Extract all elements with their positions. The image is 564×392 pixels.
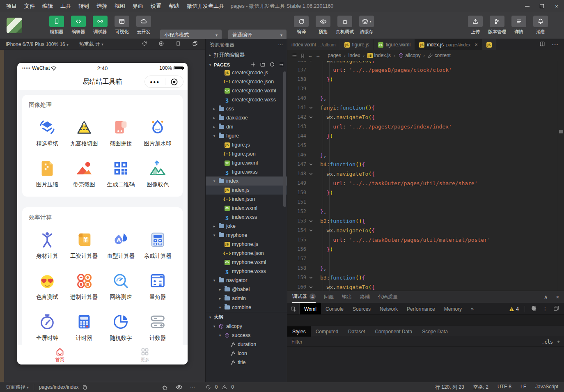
app-item-计数器[interactable]: 计数器 bbox=[139, 312, 176, 342]
tree-item-index.js[interactable]: JSindex.js bbox=[206, 186, 287, 195]
app-item-九宫格切图[interactable]: 九宫格切图 bbox=[66, 118, 103, 147]
toggle-可视化[interactable]: 可视化 bbox=[114, 16, 130, 35]
tree-item-admin[interactable]: ▸admin bbox=[206, 294, 287, 303]
app-item-生成二维码[interactable]: 生成二维码 bbox=[103, 159, 140, 188]
close-panel-icon[interactable]: × bbox=[556, 294, 559, 300]
breadcrumb-item-index.js[interactable]: JS index.js bbox=[367, 53, 391, 58]
fold-icon[interactable] bbox=[306, 216, 315, 226]
app-item-血型计算器[interactable]: A血型计算器 bbox=[103, 230, 140, 260]
tree-item-daxiaoxie[interactable]: ▸daxiaoxie bbox=[206, 113, 287, 122]
menu-item-界面[interactable]: 界面 bbox=[129, 0, 147, 12]
tree-item-createQrcode.wxml[interactable]: <>createQrcode.wxml bbox=[206, 86, 287, 95]
app-item-工资计算器[interactable]: ¥工资计算器 bbox=[66, 230, 103, 260]
toggle-调试器[interactable]: 调试器 bbox=[92, 16, 108, 35]
outline-section[interactable]: ▾大纲 bbox=[206, 312, 287, 322]
editor-tab-stub[interactable]: JS bbox=[482, 39, 496, 50]
devtools-tab-Wxml[interactable]: Wxml bbox=[300, 303, 321, 314]
tree-item-title[interactable]: title bbox=[206, 358, 287, 367]
new-file-icon[interactable] bbox=[250, 62, 256, 68]
fold-icon[interactable] bbox=[306, 282, 315, 291]
minimize-button[interactable] bbox=[520, 0, 534, 12]
collapse-all-icon[interactable] bbox=[279, 62, 284, 68]
tree-item-myphone.wxml[interactable]: <>myphone.wxml bbox=[206, 258, 287, 267]
cls-toggle[interactable]: .cls bbox=[541, 339, 553, 345]
settings-gear-icon[interactable] bbox=[531, 305, 537, 313]
app-item-截图拼接[interactable]: 截图拼接 bbox=[103, 118, 140, 147]
tree-item-myphone[interactable]: ▾myphone bbox=[206, 231, 287, 240]
action-预览[interactable]: 预览 bbox=[315, 16, 331, 35]
close-button[interactable]: × bbox=[549, 0, 564, 12]
copy-icon[interactable] bbox=[82, 385, 87, 390]
warning-count[interactable]: 4 bbox=[509, 306, 519, 312]
new-folder-icon[interactable] bbox=[260, 62, 266, 68]
capsule-menu[interactable]: ●●● bbox=[144, 76, 183, 88]
styles-tab-Computed[interactable]: Computed bbox=[311, 326, 343, 337]
action-编译[interactable]: 编译 bbox=[293, 16, 310, 35]
fold-icon[interactable] bbox=[306, 61, 315, 65]
tree-item-createQrcode.js[interactable]: JScreateQrcode.js bbox=[206, 70, 287, 77]
menu-item-设置[interactable]: 设置 bbox=[147, 0, 165, 12]
multi-window-icon[interactable] bbox=[192, 41, 198, 48]
back-icon[interactable]: ← bbox=[308, 53, 313, 58]
app-item-色盲测试[interactable]: 色盲测试 bbox=[29, 271, 66, 301]
explorer-scrollbar[interactable] bbox=[283, 71, 286, 207]
toggle-编辑器[interactable]: 编辑器 bbox=[70, 16, 87, 35]
devtools-tab-Sources[interactable]: Sources bbox=[348, 303, 375, 314]
tree-item-duration[interactable]: duration bbox=[206, 340, 287, 349]
debug-icon[interactable] bbox=[161, 384, 168, 391]
menu-item-文件[interactable]: 文件 bbox=[21, 0, 39, 12]
editor-tab-index.wxml[interactable]: index.wxml...\album bbox=[287, 39, 340, 50]
code-area[interactable]: 136 wx.navigateTo({137 url: '../../pages… bbox=[287, 61, 564, 291]
devtools-tab-Performance[interactable]: Performance bbox=[402, 303, 440, 314]
breadcrumb-item-content[interactable]: content bbox=[428, 53, 451, 58]
menu-item-转到[interactable]: 转到 bbox=[75, 0, 93, 12]
editor-tab-figure.js[interactable]: JSfigure.js bbox=[340, 39, 374, 50]
debugger-tab-代码质量[interactable]: 代码质量 bbox=[378, 293, 398, 300]
debugger-tab-输出[interactable]: 输出 bbox=[342, 293, 352, 300]
fold-icon[interactable] bbox=[306, 160, 315, 169]
action-上传[interactable]: 上传 bbox=[467, 16, 484, 35]
app-item-图像取色[interactable]: 图像取色 bbox=[139, 159, 176, 188]
tree-item-css[interactable]: ▸css bbox=[206, 104, 287, 113]
editor-tab-index.js[interactable]: JSindex.jspages\index× bbox=[415, 39, 482, 50]
breadcrumb-item-pages[interactable]: pages bbox=[328, 53, 341, 58]
tree-item-index.json[interactable]: {··}index.json bbox=[206, 195, 287, 204]
tree-item-index.wxss[interactable]: ʒindex.wxss bbox=[206, 213, 287, 222]
maximize-button[interactable] bbox=[534, 0, 549, 12]
status-item[interactable]: LF bbox=[520, 384, 526, 391]
status-item[interactable]: UTF-8 bbox=[498, 384, 511, 391]
tree-item-createQrcode.json[interactable]: {··}createQrcode.json bbox=[206, 77, 287, 86]
status-more-icon[interactable]: ⋯ bbox=[190, 384, 195, 390]
inspect-element-icon[interactable] bbox=[287, 303, 300, 314]
tree-item-myphone.json[interactable]: {··}myphone.json bbox=[206, 249, 287, 258]
tree-item-alicopy[interactable]: ▾alicopy bbox=[206, 322, 287, 331]
app-item-网络测速[interactable]: 网络测速 bbox=[103, 271, 140, 301]
refresh-icon[interactable] bbox=[269, 62, 275, 68]
preview-icon[interactable] bbox=[176, 384, 183, 391]
kebab-menu-icon[interactable]: ⋮ bbox=[543, 306, 548, 312]
styles-tab-Scope Data[interactable]: Scope Data bbox=[417, 326, 453, 337]
debugger-tab-终端[interactable]: 终端 bbox=[360, 293, 370, 300]
action-消息[interactable]: 消息 bbox=[532, 16, 549, 35]
app-item-图片加水印[interactable]: 图片加水印 bbox=[139, 118, 176, 147]
open-editors-section[interactable]: ▸打开的编辑器 bbox=[206, 50, 287, 60]
device-select[interactable]: iPhone 6/7/8 Plus 100% 16 ▾ bbox=[6, 41, 69, 47]
status-item[interactable]: 空格: 2 bbox=[473, 384, 488, 391]
fold-icon[interactable] bbox=[306, 226, 315, 235]
devtools-tab-Network[interactable]: Network bbox=[375, 303, 402, 314]
rotate-icon[interactable] bbox=[142, 41, 147, 48]
app-item-亲戚计算器[interactable]: 亲戚计算器 bbox=[139, 230, 176, 260]
devtools-tab-Console[interactable]: Console bbox=[321, 303, 348, 314]
problems-summary[interactable]: 0 0 bbox=[206, 384, 234, 390]
fold-icon[interactable] bbox=[306, 169, 315, 179]
styles-tab-Styles[interactable]: Styles bbox=[287, 326, 311, 337]
hot-reload-toggle[interactable]: 热重载 开 ▾ bbox=[79, 41, 103, 48]
action-清缓存[interactable]: ▾清缓存 bbox=[358, 16, 375, 35]
phone-tab-首页[interactable]: 首页 bbox=[17, 345, 103, 364]
debugger-tab-调试器[interactable]: 调试器4 bbox=[292, 291, 316, 303]
menu-item-项目[interactable]: 项目 bbox=[2, 0, 21, 12]
toggle-云开发[interactable]: 云开发 bbox=[135, 16, 152, 35]
breadcrumb-item-index[interactable]: index bbox=[348, 53, 360, 58]
phone-frame-icon[interactable] bbox=[175, 41, 181, 48]
menu-item-微信开发者工具[interactable]: 微信开发者工具 bbox=[183, 0, 228, 12]
